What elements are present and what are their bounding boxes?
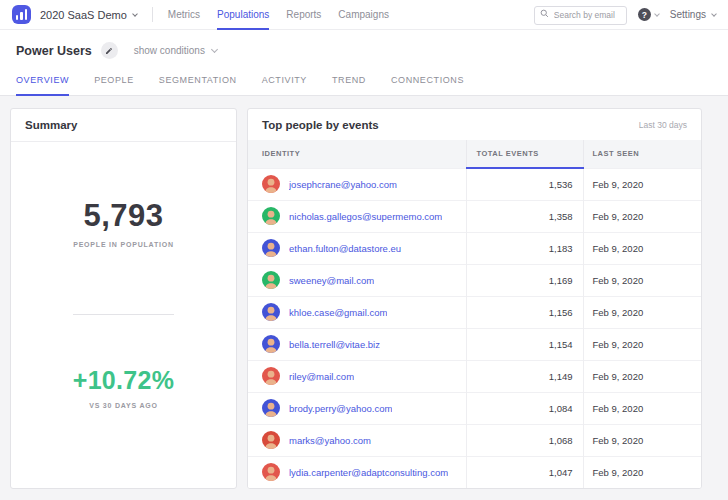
table-row: brody.perry@yahoo.com1,084Feb 9, 2020: [248, 392, 701, 424]
user-avatar-icon: [262, 367, 280, 385]
person-email-link[interactable]: nicholas.gallegos@supermemo.com: [289, 211, 442, 222]
total-events-value: 1,149: [466, 360, 583, 392]
total-events-value: 1,154: [466, 328, 583, 360]
table-body: josephcrane@yahoo.com1,536Feb 9, 2020nic…: [248, 168, 701, 488]
population-count: 5,793: [11, 198, 236, 234]
last-seen-value: Feb 9, 2020: [583, 424, 701, 456]
user-avatar-icon: [262, 303, 280, 321]
person-email-link[interactable]: riley@mail.com: [289, 371, 354, 382]
last-seen-value: Feb 9, 2020: [583, 200, 701, 232]
person-email-link[interactable]: bella.terrell@vitae.biz: [289, 339, 380, 350]
table-row: riley@mail.com1,149Feb 9, 2020: [248, 360, 701, 392]
tab-connections[interactable]: CONNECTIONS: [391, 75, 464, 96]
date-range-label: Last 30 days: [639, 120, 687, 130]
nav-item-populations[interactable]: Populations: [217, 0, 269, 30]
show-conditions-toggle[interactable]: show conditions: [134, 45, 217, 56]
table-row: ethan.fulton@datastore.eu1,183Feb 9, 202…: [248, 232, 701, 264]
population-count-block: 5,793 PEOPLE IN POPULATION: [11, 198, 236, 248]
user-avatar-icon: [262, 175, 280, 193]
table-header-row: IDENTITYTOTAL EVENTSLAST SEEN: [248, 140, 701, 168]
nav-item-metrics[interactable]: Metrics: [168, 0, 200, 30]
nav-item-reports[interactable]: Reports: [286, 0, 321, 30]
last-seen-value: Feb 9, 2020: [583, 168, 701, 200]
last-seen-value: Feb 9, 2020: [583, 296, 701, 328]
total-events-value: 1,084: [466, 392, 583, 424]
column-header-last-seen[interactable]: LAST SEEN: [583, 140, 701, 168]
last-seen-value: Feb 9, 2020: [583, 264, 701, 296]
last-seen-value: Feb 9, 2020: [583, 392, 701, 424]
table-row: bella.terrell@vitae.biz1,154Feb 9, 2020: [248, 328, 701, 360]
last-seen-value: Feb 9, 2020: [583, 456, 701, 488]
table-row: sweeney@mail.com1,169Feb 9, 2020: [248, 264, 701, 296]
top-people-title: Top people by events: [262, 119, 379, 131]
summary-divider: [73, 314, 174, 315]
search-box: [534, 4, 627, 25]
column-header-total-events-sorted[interactable]: TOTAL EVENTS: [466, 140, 583, 168]
user-avatar-icon: [262, 335, 280, 353]
population-header: Power Users show conditions: [0, 30, 728, 68]
total-events-value: 1,183: [466, 232, 583, 264]
chevron-down-icon: [211, 46, 218, 53]
table-row: lydia.carpenter@adaptconsulting.com1,047…: [248, 456, 701, 488]
show-conditions-label: show conditions: [134, 45, 205, 56]
table-row: nicholas.gallegos@supermemo.com1,358Feb …: [248, 200, 701, 232]
total-events-value: 1,169: [466, 264, 583, 296]
total-events-value: 1,068: [466, 424, 583, 456]
edit-population-button[interactable]: [101, 42, 118, 59]
table-row: josephcrane@yahoo.com1,536Feb 9, 2020: [248, 168, 701, 200]
person-email-link[interactable]: sweeney@mail.com: [289, 275, 374, 286]
population-tabs: OVERVIEWPEOPLESEGMENTATIONACTIVITYTRENDC…: [0, 68, 728, 96]
population-delta-block: +10.72% VS 30 DAYS AGO: [11, 366, 236, 409]
person-email-link[interactable]: khloe.case@gmail.com: [289, 307, 387, 318]
pencil-icon: [105, 47, 113, 55]
app-logo-icon[interactable]: [12, 5, 31, 24]
total-events-value: 1,536: [466, 168, 583, 200]
user-avatar-icon: [262, 239, 280, 257]
person-email-link[interactable]: marks@yahoo.com: [289, 435, 371, 446]
population-delta-label: VS 30 DAYS AGO: [11, 402, 236, 409]
tab-overview[interactable]: OVERVIEW: [16, 75, 69, 96]
last-seen-value: Feb 9, 2020: [583, 232, 701, 264]
total-events-value: 1,156: [466, 296, 583, 328]
user-avatar-icon: [262, 431, 280, 449]
nav-item-campaigns[interactable]: Campaigns: [338, 0, 389, 30]
user-avatar-icon: [262, 463, 280, 481]
search-icon: [540, 9, 549, 18]
last-seen-value: Feb 9, 2020: [583, 360, 701, 392]
tab-segmentation[interactable]: SEGMENTATION: [159, 75, 237, 96]
population-count-label: PEOPLE IN POPULATION: [11, 241, 236, 248]
last-seen-value: Feb 9, 2020: [583, 328, 701, 360]
total-events-value: 1,358: [466, 200, 583, 232]
content-area: Summary 5,793 PEOPLE IN POPULATION +10.7…: [0, 96, 728, 489]
chevron-down-icon: [132, 11, 138, 17]
column-header-identity[interactable]: IDENTITY: [248, 140, 466, 168]
person-email-link[interactable]: ethan.fulton@datastore.eu: [289, 243, 401, 254]
table-row: marks@yahoo.com1,068Feb 9, 2020: [248, 424, 701, 456]
user-avatar-icon: [262, 207, 280, 225]
settings-label: Settings: [670, 9, 706, 20]
summary-title: Summary: [11, 109, 236, 142]
project-switcher[interactable]: 2020 SaaS Demo: [40, 9, 137, 21]
total-events-value: 1,047: [466, 456, 583, 488]
population-delta: +10.72%: [11, 366, 236, 395]
project-name: 2020 SaaS Demo: [40, 9, 127, 21]
help-menu[interactable]: ?: [638, 8, 659, 21]
primary-nav: MetricsPopulationsReportsCampaigns: [168, 0, 406, 30]
tab-trend[interactable]: TREND: [332, 75, 366, 96]
help-icon: ?: [638, 8, 651, 21]
navbar-divider: [152, 7, 153, 22]
table-row: khloe.case@gmail.com1,156Feb 9, 2020: [248, 296, 701, 328]
settings-menu[interactable]: Settings: [670, 9, 716, 20]
tab-people[interactable]: PEOPLE: [94, 75, 134, 96]
navbar-right: ? Settings: [534, 4, 716, 25]
person-email-link[interactable]: josephcrane@yahoo.com: [289, 179, 397, 190]
chevron-down-icon: [711, 11, 717, 17]
top-navbar: 2020 SaaS Demo MetricsPopulationsReports…: [0, 0, 728, 30]
person-email-link[interactable]: brody.perry@yahoo.com: [289, 403, 392, 414]
user-avatar-icon: [262, 271, 280, 289]
summary-panel: Summary 5,793 PEOPLE IN POPULATION +10.7…: [10, 108, 237, 489]
population-title: Power Users: [16, 44, 92, 58]
tab-activity[interactable]: ACTIVITY: [262, 75, 307, 96]
person-email-link[interactable]: lydia.carpenter@adaptconsulting.com: [289, 467, 448, 478]
summary-body: 5,793 PEOPLE IN POPULATION +10.72% VS 30…: [11, 142, 236, 484]
